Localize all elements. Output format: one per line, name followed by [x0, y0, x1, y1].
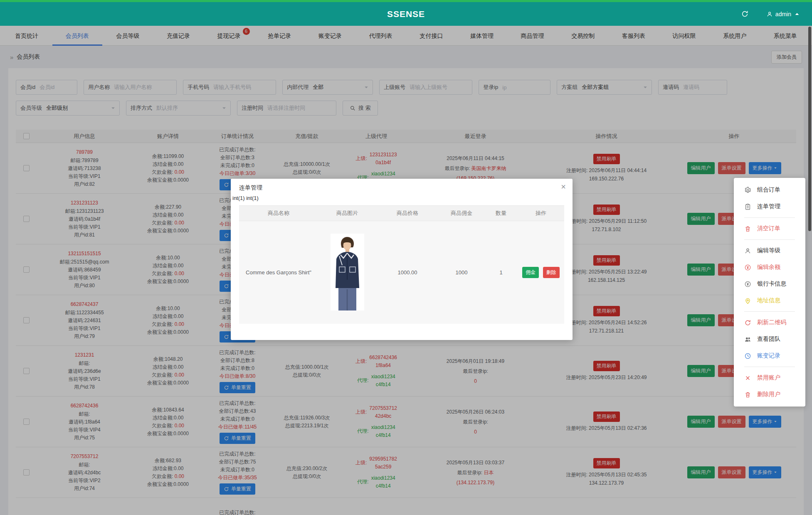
close-icon[interactable]: × [561, 182, 566, 191]
product-column-header: 商品佣金 [439, 209, 484, 217]
product-price: 1000.00 [376, 269, 439, 276]
menu-item-label: 刷新二维码 [757, 319, 786, 326]
close-icon [744, 375, 751, 382]
product-actions: 佣金 删除 [518, 267, 564, 278]
product-name: Comme des Garçons Shirt" [239, 269, 318, 276]
menu-item-6[interactable]: 编辑余额 [734, 259, 805, 276]
product-image [318, 234, 376, 312]
trash-icon [744, 225, 751, 232]
menu-item-label: 地址信息 [757, 297, 780, 304]
modal-title: 连单管理 [239, 184, 262, 191]
trash-icon [744, 391, 751, 398]
product-column-header: 数量 [484, 209, 518, 217]
menu-item-11[interactable]: 查看团队 [734, 331, 805, 347]
menu-item-label: 组合订单 [757, 186, 780, 194]
commission-button[interactable]: 佣金 [522, 267, 539, 278]
user-icon [766, 11, 773, 17]
scrollbar[interactable] [808, 27, 811, 231]
menu-item-label: 禁用账户 [757, 374, 780, 382]
username-label: admin [775, 11, 791, 17]
user-icon [744, 247, 751, 254]
menu-divider [744, 367, 795, 367]
menu-item-0[interactable]: 组合订单 [734, 182, 805, 198]
product-column-header: 商品价格 [376, 209, 439, 217]
menu-item-14[interactable]: 禁用账户 [734, 370, 805, 386]
menu-item-label: 编辑余额 [757, 264, 780, 271]
menu-item-1[interactable]: 连单管理 [734, 198, 805, 215]
modal-header: 连单管理 × [231, 179, 573, 194]
chain-order-modal: 连单管理 × int(1) int(1) 商品名称商品图片商品价格商品佣金数量操… [231, 179, 573, 340]
menu-item-label: 连单管理 [757, 203, 780, 210]
chevron-up-icon [794, 11, 800, 17]
clock-icon [744, 352, 751, 360]
menu-item-label: 银行卡信息 [757, 280, 786, 288]
product-table-header: 商品名称商品图片商品价格商品佣金数量操作 [239, 205, 564, 221]
product-column-header: 操作 [518, 209, 564, 217]
menu-divider [744, 217, 795, 218]
menu-item-label: 账变记录 [757, 352, 780, 360]
menu-item-label: 删除用户 [757, 391, 780, 398]
product-column-header: 商品图片 [318, 209, 376, 217]
menu-item-5[interactable]: 编辑等级 [734, 242, 805, 259]
product-row: Comme des Garçons Shirt" [239, 221, 564, 324]
delete-button[interactable]: 删除 [543, 267, 560, 278]
refresh-icon [744, 319, 751, 326]
user-menu[interactable]: admin [766, 11, 800, 17]
clipboard-icon [744, 203, 751, 210]
menu-item-label: 编辑等级 [757, 247, 780, 254]
menu-item-12[interactable]: 账变记录 [734, 347, 805, 364]
menu-item-7[interactable]: 银行卡信息 [734, 276, 805, 292]
menu-item-15[interactable]: 删除用户 [734, 386, 805, 403]
menu-divider [744, 239, 795, 240]
more-actions-menu: 组合订单连单管理清空订单编辑等级编辑余额银行卡信息地址信息刷新二维码查看团队账变… [734, 178, 805, 407]
debug-text: int(1) int(1) [231, 194, 573, 205]
app-title: SSENSE [0, 9, 812, 19]
menu-divider [744, 311, 795, 312]
yen-icon [744, 281, 751, 288]
team-icon [744, 336, 751, 343]
menu-item-8[interactable]: 地址信息 [734, 292, 805, 309]
app-header: SSENSE admin [0, 2, 812, 26]
menu-item-label: 清空订单 [757, 225, 780, 232]
menu-item-10[interactable]: 刷新二维码 [734, 314, 805, 331]
gear-icon [744, 187, 751, 194]
product-column-header: 商品名称 [239, 209, 318, 217]
pin-icon [744, 297, 751, 304]
refresh-icon[interactable] [741, 10, 749, 18]
product-qty: 1 [484, 269, 518, 276]
product-table: 商品名称商品图片商品价格商品佣金数量操作 Comme des Garçons S… [239, 205, 564, 324]
menu-item-3[interactable]: 清空订单 [734, 220, 805, 237]
product-commission: 1000 [439, 269, 484, 276]
menu-item-label: 查看团队 [757, 335, 780, 343]
product-photo [331, 234, 364, 310]
yen-icon [744, 264, 751, 271]
